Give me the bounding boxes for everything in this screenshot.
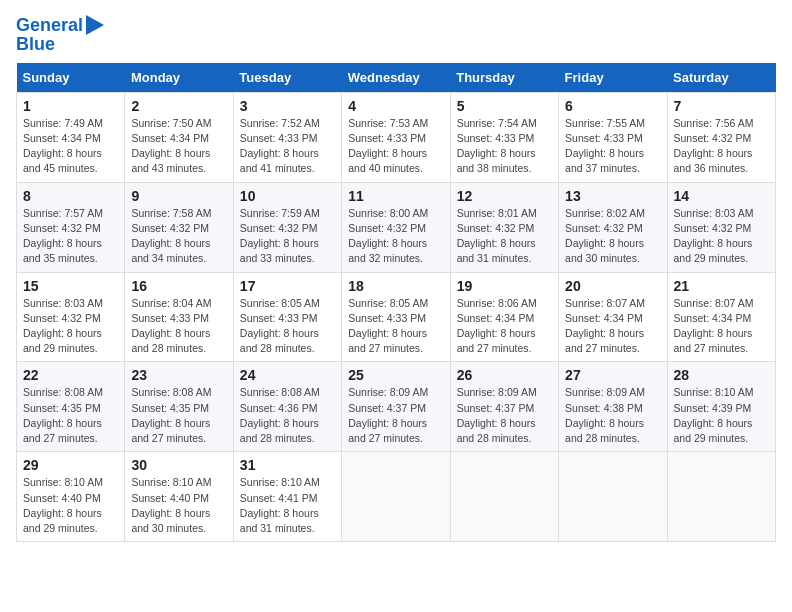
cell-detail: Sunrise: 7:57 AMSunset: 4:32 PMDaylight:… [23,207,103,265]
col-header-friday: Friday [559,63,667,93]
calendar-cell: 30 Sunrise: 8:10 AMSunset: 4:40 PMDaylig… [125,452,233,542]
calendar-cell [342,452,450,542]
calendar-cell: 27 Sunrise: 8:09 AMSunset: 4:38 PMDaylig… [559,362,667,452]
day-number: 30 [131,457,226,473]
logo-blue: Blue [16,34,55,55]
calendar-week-row: 8 Sunrise: 7:57 AMSunset: 4:32 PMDayligh… [17,182,776,272]
calendar-cell: 10 Sunrise: 7:59 AMSunset: 4:32 PMDaylig… [233,182,341,272]
cell-detail: Sunrise: 8:10 AMSunset: 4:40 PMDaylight:… [23,476,103,534]
cell-detail: Sunrise: 8:10 AMSunset: 4:39 PMDaylight:… [674,386,754,444]
day-number: 8 [23,188,118,204]
calendar-cell: 29 Sunrise: 8:10 AMSunset: 4:40 PMDaylig… [17,452,125,542]
calendar-cell: 5 Sunrise: 7:54 AMSunset: 4:33 PMDayligh… [450,92,558,182]
calendar-cell: 14 Sunrise: 8:03 AMSunset: 4:32 PMDaylig… [667,182,775,272]
day-number: 16 [131,278,226,294]
col-header-tuesday: Tuesday [233,63,341,93]
cell-detail: Sunrise: 8:05 AMSunset: 4:33 PMDaylight:… [348,297,428,355]
cell-detail: Sunrise: 8:03 AMSunset: 4:32 PMDaylight:… [23,297,103,355]
calendar-cell: 2 Sunrise: 7:50 AMSunset: 4:34 PMDayligh… [125,92,233,182]
cell-detail: Sunrise: 7:50 AMSunset: 4:34 PMDaylight:… [131,117,211,175]
logo-arrow-icon [86,15,104,35]
svg-marker-0 [86,15,104,35]
cell-detail: Sunrise: 8:09 AMSunset: 4:37 PMDaylight:… [457,386,537,444]
calendar-cell: 9 Sunrise: 7:58 AMSunset: 4:32 PMDayligh… [125,182,233,272]
calendar-cell: 28 Sunrise: 8:10 AMSunset: 4:39 PMDaylig… [667,362,775,452]
day-number: 3 [240,98,335,114]
calendar-cell: 3 Sunrise: 7:52 AMSunset: 4:33 PMDayligh… [233,92,341,182]
calendar-cell: 26 Sunrise: 8:09 AMSunset: 4:37 PMDaylig… [450,362,558,452]
calendar-cell: 6 Sunrise: 7:55 AMSunset: 4:33 PMDayligh… [559,92,667,182]
calendar-week-row: 29 Sunrise: 8:10 AMSunset: 4:40 PMDaylig… [17,452,776,542]
day-number: 11 [348,188,443,204]
calendar-cell: 17 Sunrise: 8:05 AMSunset: 4:33 PMDaylig… [233,272,341,362]
day-number: 28 [674,367,769,383]
page-header: General Blue [16,16,776,55]
calendar-cell: 12 Sunrise: 8:01 AMSunset: 4:32 PMDaylig… [450,182,558,272]
day-number: 9 [131,188,226,204]
cell-detail: Sunrise: 8:06 AMSunset: 4:34 PMDaylight:… [457,297,537,355]
col-header-saturday: Saturday [667,63,775,93]
calendar-cell: 15 Sunrise: 8:03 AMSunset: 4:32 PMDaylig… [17,272,125,362]
calendar-cell: 25 Sunrise: 8:09 AMSunset: 4:37 PMDaylig… [342,362,450,452]
cell-detail: Sunrise: 8:04 AMSunset: 4:33 PMDaylight:… [131,297,211,355]
calendar-cell [559,452,667,542]
day-number: 21 [674,278,769,294]
cell-detail: Sunrise: 8:10 AMSunset: 4:41 PMDaylight:… [240,476,320,534]
cell-detail: Sunrise: 7:53 AMSunset: 4:33 PMDaylight:… [348,117,428,175]
day-number: 5 [457,98,552,114]
calendar-cell: 16 Sunrise: 8:04 AMSunset: 4:33 PMDaylig… [125,272,233,362]
cell-detail: Sunrise: 7:54 AMSunset: 4:33 PMDaylight:… [457,117,537,175]
cell-detail: Sunrise: 7:49 AMSunset: 4:34 PMDaylight:… [23,117,103,175]
day-number: 15 [23,278,118,294]
cell-detail: Sunrise: 7:58 AMSunset: 4:32 PMDaylight:… [131,207,211,265]
day-number: 13 [565,188,660,204]
day-number: 29 [23,457,118,473]
day-number: 27 [565,367,660,383]
col-header-monday: Monday [125,63,233,93]
cell-detail: Sunrise: 7:52 AMSunset: 4:33 PMDaylight:… [240,117,320,175]
cell-detail: Sunrise: 7:59 AMSunset: 4:32 PMDaylight:… [240,207,320,265]
day-number: 6 [565,98,660,114]
calendar-cell: 1 Sunrise: 7:49 AMSunset: 4:34 PMDayligh… [17,92,125,182]
day-number: 7 [674,98,769,114]
calendar-cell: 19 Sunrise: 8:06 AMSunset: 4:34 PMDaylig… [450,272,558,362]
calendar-cell [667,452,775,542]
calendar-cell: 8 Sunrise: 7:57 AMSunset: 4:32 PMDayligh… [17,182,125,272]
calendar-cell: 24 Sunrise: 8:08 AMSunset: 4:36 PMDaylig… [233,362,341,452]
cell-detail: Sunrise: 8:09 AMSunset: 4:38 PMDaylight:… [565,386,645,444]
cell-detail: Sunrise: 8:08 AMSunset: 4:35 PMDaylight:… [131,386,211,444]
day-number: 10 [240,188,335,204]
calendar-week-row: 22 Sunrise: 8:08 AMSunset: 4:35 PMDaylig… [17,362,776,452]
col-header-sunday: Sunday [17,63,125,93]
cell-detail: Sunrise: 7:56 AMSunset: 4:32 PMDaylight:… [674,117,754,175]
cell-detail: Sunrise: 8:05 AMSunset: 4:33 PMDaylight:… [240,297,320,355]
day-number: 4 [348,98,443,114]
day-number: 31 [240,457,335,473]
day-number: 24 [240,367,335,383]
cell-detail: Sunrise: 8:01 AMSunset: 4:32 PMDaylight:… [457,207,537,265]
col-header-thursday: Thursday [450,63,558,93]
calendar-cell: 18 Sunrise: 8:05 AMSunset: 4:33 PMDaylig… [342,272,450,362]
calendar-week-row: 1 Sunrise: 7:49 AMSunset: 4:34 PMDayligh… [17,92,776,182]
calendar-cell: 11 Sunrise: 8:00 AMSunset: 4:32 PMDaylig… [342,182,450,272]
calendar-cell: 22 Sunrise: 8:08 AMSunset: 4:35 PMDaylig… [17,362,125,452]
cell-detail: Sunrise: 8:07 AMSunset: 4:34 PMDaylight:… [674,297,754,355]
day-number: 22 [23,367,118,383]
calendar-cell: 21 Sunrise: 8:07 AMSunset: 4:34 PMDaylig… [667,272,775,362]
cell-detail: Sunrise: 8:07 AMSunset: 4:34 PMDaylight:… [565,297,645,355]
day-number: 2 [131,98,226,114]
calendar-cell: 31 Sunrise: 8:10 AMSunset: 4:41 PMDaylig… [233,452,341,542]
calendar-cell: 7 Sunrise: 7:56 AMSunset: 4:32 PMDayligh… [667,92,775,182]
cell-detail: Sunrise: 8:00 AMSunset: 4:32 PMDaylight:… [348,207,428,265]
calendar-cell: 13 Sunrise: 8:02 AMSunset: 4:32 PMDaylig… [559,182,667,272]
col-header-wednesday: Wednesday [342,63,450,93]
day-number: 19 [457,278,552,294]
cell-detail: Sunrise: 8:08 AMSunset: 4:36 PMDaylight:… [240,386,320,444]
calendar-table: SundayMondayTuesdayWednesdayThursdayFrid… [16,63,776,542]
calendar-cell: 4 Sunrise: 7:53 AMSunset: 4:33 PMDayligh… [342,92,450,182]
cell-detail: Sunrise: 7:55 AMSunset: 4:33 PMDaylight:… [565,117,645,175]
day-number: 17 [240,278,335,294]
day-number: 14 [674,188,769,204]
cell-detail: Sunrise: 8:08 AMSunset: 4:35 PMDaylight:… [23,386,103,444]
day-number: 1 [23,98,118,114]
